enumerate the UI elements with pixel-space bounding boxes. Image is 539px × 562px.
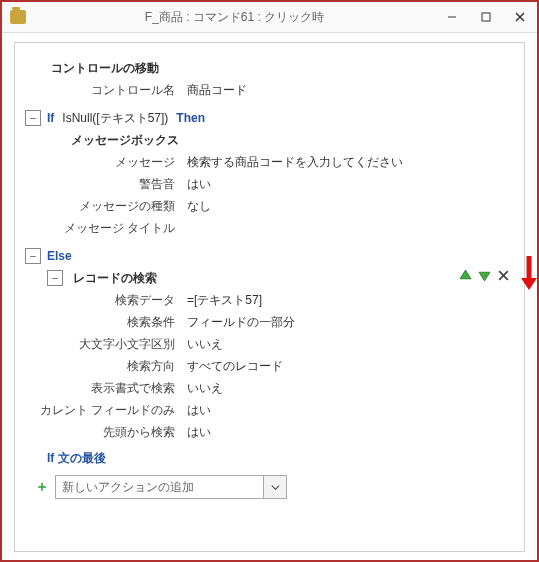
property-value[interactable]: 商品コード — [187, 79, 514, 101]
property-label: 大文字小文字区別 — [25, 333, 187, 355]
property-label: 検索データ — [25, 289, 187, 311]
add-action-row: ＋ 新しいアクションの追加 — [35, 475, 514, 499]
property-row: 検索方向 すべてのレコード — [25, 355, 514, 377]
property-label: 検索条件 — [25, 311, 187, 333]
macro-editor-panel: コントロールの移動 コントロール名 商品コード − If IsNull([テキス… — [14, 42, 525, 552]
add-action-placeholder: 新しいアクションの追加 — [56, 479, 263, 496]
property-value[interactable]: 検索する商品コードを入力してください — [187, 151, 514, 173]
action-header[interactable]: コントロールの移動 — [25, 57, 514, 79]
property-row: メッセージ 検索する商品コードを入力してください — [25, 151, 514, 173]
else-line[interactable]: − Else — [25, 245, 514, 267]
property-label: 先頭から検索 — [25, 421, 187, 443]
property-value[interactable]: フィールドの一部分 — [187, 311, 514, 333]
app-window: F_商品 : コマンド61 : クリック時 コントロールの移動 コントロール名 … — [0, 0, 539, 562]
property-label: 表示書式で検索 — [25, 377, 187, 399]
property-row: 大文字小文字区別 いいえ — [25, 333, 514, 355]
maximize-button[interactable] — [469, 3, 503, 31]
add-icon[interactable]: ＋ — [35, 478, 49, 496]
property-row: 検索データ =[テキスト57] — [25, 289, 514, 311]
action-title: メッセージボックス — [71, 129, 179, 151]
property-row: コントロール名 商品コード — [25, 79, 514, 101]
property-label: コントロール名 — [25, 79, 187, 101]
property-label: カレント フィールドのみ — [25, 399, 187, 421]
add-action-combo[interactable]: 新しいアクションの追加 — [55, 475, 287, 499]
property-value[interactable]: いいえ — [187, 333, 514, 355]
title-bar: F_商品 : コマンド61 : クリック時 — [2, 2, 537, 33]
property-value[interactable]: はい — [187, 399, 514, 421]
property-label: 検索方向 — [25, 355, 187, 377]
property-row: 検索条件 フィールドの一部分 — [25, 311, 514, 333]
collapse-toggle-icon[interactable]: − — [25, 248, 41, 264]
action-header-selected[interactable]: − レコードの検索 — [25, 267, 514, 289]
property-value[interactable]: =[テキスト57] — [187, 289, 514, 311]
property-row: 先頭から検索 はい — [25, 421, 514, 443]
keyword-if: If — [47, 107, 54, 129]
action-title: レコードの検索 — [73, 267, 157, 289]
property-value[interactable]: はい — [187, 421, 514, 443]
keyword-else: Else — [47, 245, 72, 267]
endif-line[interactable]: If 文の最後 — [25, 447, 514, 469]
property-value[interactable]: なし — [187, 195, 514, 217]
property-row: メッセージ タイトル — [25, 217, 514, 239]
property-label: メッセージの種類 — [25, 195, 187, 217]
property-row: 警告音 はい — [25, 173, 514, 195]
close-button[interactable] — [503, 3, 537, 31]
action-header[interactable]: メッセージボックス — [25, 129, 514, 151]
collapse-toggle-icon[interactable]: − — [47, 270, 63, 286]
chevron-down-icon[interactable] — [263, 476, 286, 498]
property-value[interactable]: はい — [187, 173, 514, 195]
move-up-icon[interactable] — [459, 267, 472, 289]
delete-icon[interactable] — [497, 267, 510, 289]
window-title: F_商品 : コマンド61 : クリック時 — [34, 9, 435, 26]
property-label: 警告音 — [25, 173, 187, 195]
property-label: メッセージ — [25, 151, 187, 173]
property-row: カレント フィールドのみ はい — [25, 399, 514, 421]
svg-rect-1 — [482, 13, 490, 21]
row-action-icons — [459, 267, 510, 289]
app-icon — [10, 10, 26, 24]
property-value[interactable]: すべてのレコード — [187, 355, 514, 377]
keyword-then: Then — [176, 107, 205, 129]
keyword-endif: If 文の最後 — [47, 447, 106, 469]
if-line[interactable]: − If IsNull([テキスト57]) Then — [25, 107, 514, 129]
minimize-button[interactable] — [435, 3, 469, 31]
property-value[interactable]: いいえ — [187, 377, 514, 399]
move-down-icon[interactable] — [478, 267, 491, 289]
property-row: メッセージの種類 なし — [25, 195, 514, 217]
action-title: コントロールの移動 — [51, 57, 159, 79]
property-row: 表示書式で検索 いいえ — [25, 377, 514, 399]
collapse-toggle-icon[interactable]: − — [25, 110, 41, 126]
if-condition: IsNull([テキスト57]) — [62, 107, 168, 129]
window-controls — [435, 3, 537, 31]
annotation-arrow-icon — [517, 254, 539, 295]
property-label: メッセージ タイトル — [25, 217, 187, 239]
